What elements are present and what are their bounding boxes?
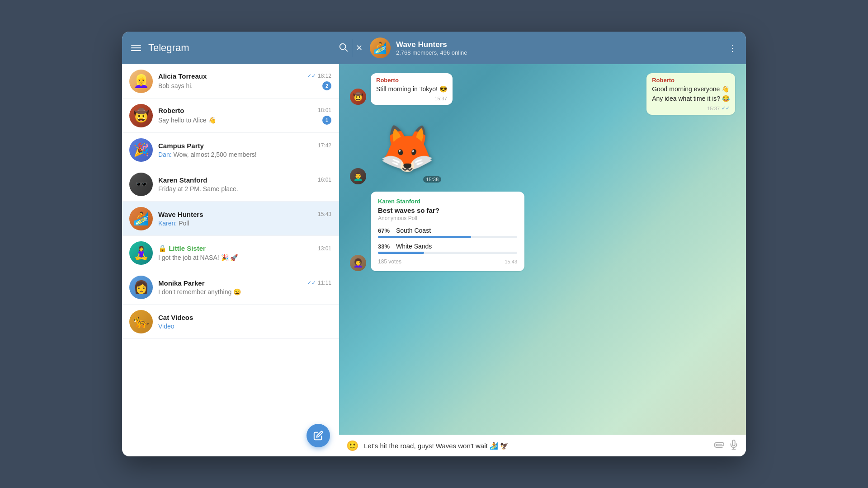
- chat-preview-karen: Friday at 2 PM. Same place.: [158, 185, 331, 192]
- chat-header: 🏄 Wave Hunters 2,768 members, 496 online: [370, 38, 728, 58]
- chat-name-alicia: Alicia Torreaux: [158, 72, 207, 80]
- messages-list: 🤠 Roberto Still morning in Tokyo! 😎 15:3…: [339, 64, 746, 435]
- chat-name-campus: Campus Party: [158, 142, 204, 150]
- red-panda-emoji: 🦊: [379, 126, 435, 171]
- outgoing-sender: Roberto: [652, 77, 730, 84]
- svg-line-1: [345, 49, 347, 51]
- chat-name-roberto: Roberto: [158, 107, 184, 114]
- chat-item-sister[interactable]: 🧘‍♀️ 🔒 Little Sister 13:01 I got the job…: [122, 236, 339, 270]
- outgoing-bubble: Roberto Good morning everyone 👋Any idea …: [646, 73, 735, 115]
- chat-preview-monika: I don't remember anything 😄: [158, 288, 331, 296]
- chat-content-monika: Monika Parker ✓✓ 11:11 I don't remember …: [158, 279, 331, 296]
- poll-bar-1: [378, 236, 471, 238]
- chat-content-alicia: Alicia Torreaux ✓✓ 18:12 Bob says hi. 2: [158, 72, 331, 90]
- badge-alicia: 2: [322, 81, 331, 90]
- chat-content-sister: 🔒 Little Sister 13:01 I got the job at N…: [158, 244, 331, 261]
- poll-votes: 185 votes: [378, 258, 401, 265]
- chat-item-alicia[interactable]: 👱‍♀️ Alicia Torreaux ✓✓ 18:12 Bob says h…: [122, 64, 339, 99]
- compose-button[interactable]: [307, 424, 330, 447]
- chat-item-monika[interactable]: 👩 Monika Parker ✓✓ 11:11 I don't remembe…: [122, 270, 339, 305]
- poll-option-2: 33% White Sands: [378, 243, 517, 254]
- poll-time: 15:43: [505, 259, 517, 264]
- avatar-roberto: 🤠: [129, 104, 153, 127]
- chat-preview-sister: I got the job at NASA! 🎉 🚀: [158, 254, 331, 261]
- outgoing-text: Good morning everyone 👋Any idea what tim…: [652, 84, 730, 103]
- chat-content-roberto: Roberto 18:01 Say hello to Alice 👋 1: [158, 107, 331, 125]
- chat-input-bar: 🙂 Let's hit the road, guys! Waves won't …: [339, 435, 746, 456]
- chat-time-monika: 11:11: [318, 280, 331, 286]
- chat-time-sister: 13:01: [318, 245, 331, 252]
- message-bubble-1: Roberto Still morning in Tokyo! 😎 15:37: [371, 73, 453, 105]
- chat-time-wave: 15:43: [318, 211, 331, 217]
- chat-item-cat[interactable]: 🐆 Cat Videos Video: [122, 305, 339, 339]
- chat-item-roberto[interactable]: 🤠 Roberto 18:01 Say hello to Alice 👋 1: [122, 99, 339, 133]
- sticker-time: 15:38: [423, 176, 441, 183]
- outgoing-checks: ✓✓: [722, 105, 730, 111]
- chat-preview-campus: Dan: Wow, almost 2,500 members!: [158, 151, 257, 158]
- chat-preview-cat: Video: [158, 323, 331, 330]
- chat-name-wave: Wave Hunters: [158, 211, 203, 218]
- msg-time-1: 15:37: [434, 96, 447, 101]
- header-left: Telegram: [131, 42, 348, 54]
- chat-time-alicia: 18:12: [318, 73, 331, 79]
- msg-avatar-sticker: 👨‍🦱: [350, 168, 366, 184]
- app-header: Telegram ✕ 🏄 Wave Hunters 2,768 members,…: [122, 32, 746, 64]
- chat-content-karen: Karen Stanford 16:01 Friday at 2 PM. Sam…: [158, 176, 331, 192]
- chat-name-cat: Cat Videos: [158, 314, 193, 321]
- msg-avatar-roberto-1: 🤠: [350, 89, 366, 105]
- avatar-cat: 🐆: [129, 310, 153, 333]
- search-icon[interactable]: [338, 42, 348, 54]
- check-icon-alicia: ✓✓: [307, 73, 316, 79]
- poll-bar-2: [378, 252, 424, 254]
- avatar-campus: 🎉: [129, 138, 153, 162]
- chat-header-avatar: 🏄: [370, 38, 391, 58]
- sidebar: 👱‍♀️ Alicia Torreaux ✓✓ 18:12 Bob says h…: [122, 64, 339, 456]
- chat-time-roberto: 18:01: [318, 107, 331, 113]
- chat-header-name: Wave Hunters: [396, 40, 728, 49]
- message-input[interactable]: Let's hit the road, guys! Waves won't wa…: [364, 441, 708, 450]
- chat-preview-wave: Karen: Poll: [158, 220, 331, 227]
- check-icon-monika: ✓✓: [307, 280, 316, 286]
- chat-item-wave[interactable]: 🏄 Wave Hunters 15:43 Karen: Poll: [122, 202, 339, 236]
- poll-title: Best waves so far?: [378, 206, 517, 214]
- app-window: Telegram ✕ 🏄 Wave Hunters 2,768 members,…: [122, 32, 746, 456]
- chat-preview-alicia: Bob says hi.: [158, 82, 193, 89]
- chat-content-wave: Wave Hunters 15:43 Karen: Poll: [158, 211, 331, 227]
- attach-button[interactable]: [711, 438, 726, 454]
- avatar-monika: 👩: [129, 276, 153, 299]
- msg-sender-1: Roberto: [376, 77, 447, 84]
- msg-text-1: Still morning in Tokyo! 😎: [376, 84, 447, 94]
- chat-list: 👱‍♀️ Alicia Torreaux ✓✓ 18:12 Bob says h…: [122, 64, 339, 339]
- menu-icon[interactable]: [131, 45, 141, 51]
- close-icon[interactable]: ✕: [356, 43, 363, 53]
- poll-option-1: 67% South Coast: [378, 227, 517, 238]
- chat-content-cat: Cat Videos Video: [158, 314, 331, 330]
- mic-button[interactable]: [729, 440, 739, 452]
- emoji-button[interactable]: 🙂: [346, 440, 359, 452]
- msg-avatar-karen: 👩‍🦱: [350, 255, 366, 271]
- header-divider: [352, 39, 352, 57]
- poll-pct-2: 33%: [378, 243, 392, 250]
- poll-bubble: Karen Stanford Best waves so far? Anonym…: [371, 192, 524, 271]
- chat-time-karen: 16:01: [318, 177, 331, 183]
- sticker-container: 🦊 15:38: [371, 112, 443, 184]
- poll-pct-1: 67%: [378, 227, 392, 234]
- message-row-poll: 👩‍🦱 Karen Stanford Best waves so far? An…: [350, 192, 735, 271]
- chat-item-karen[interactable]: 🕶️ Karen Stanford 16:01 Friday at 2 PM. …: [122, 167, 339, 202]
- avatar-alicia: 👱‍♀️: [129, 70, 153, 93]
- chat-header-info: Wave Hunters 2,768 members, 496 online: [396, 40, 728, 56]
- outgoing-time: 15:37: [707, 106, 720, 111]
- chat-content-campus: Campus Party 17:42 Dan: Wow, almost 2,50…: [158, 142, 331, 158]
- message-row-sticker: 👨‍🦱 🦊 15:38: [350, 112, 735, 184]
- chat-name-monika: Monika Parker: [158, 279, 205, 287]
- chat-header-members: 2,768 members, 496 online: [396, 49, 728, 56]
- chat-name-karen: Karen Stanford: [158, 176, 207, 184]
- chat-area: Roberto Good morning everyone 👋Any idea …: [339, 64, 746, 456]
- outgoing-message-overlay: Roberto Good morning everyone 👋Any idea …: [646, 73, 735, 115]
- more-options-icon[interactable]: ⋮: [728, 42, 737, 53]
- avatar-karen: 🕶️: [129, 173, 153, 196]
- avatar-wave: 🏄: [129, 207, 153, 230]
- poll-type: Anonymous Poll: [378, 215, 517, 221]
- avatar-sister: 🧘‍♀️: [129, 241, 153, 265]
- chat-item-campus[interactable]: 🎉 Campus Party 17:42 Dan: Wow, almost 2,…: [122, 133, 339, 167]
